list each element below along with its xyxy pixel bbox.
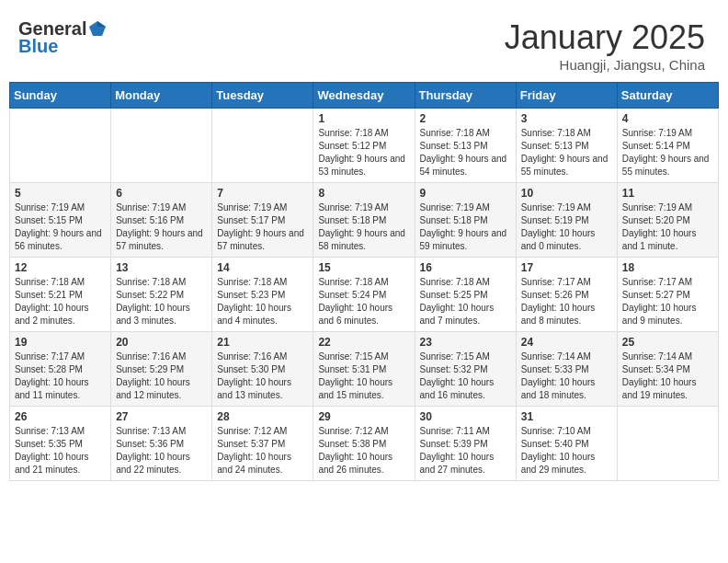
- day-info: Sunrise: 7:18 AM Sunset: 5:24 PM Dayligh…: [318, 276, 409, 327]
- calendar-cell: [111, 109, 212, 183]
- day-info: Sunrise: 7:14 AM Sunset: 5:33 PM Dayligh…: [521, 350, 612, 402]
- day-number: 9: [420, 187, 511, 200]
- calendar-cell: 25 Sunrise: 7:14 AM Sunset: 5:34 PM Dayl…: [617, 332, 718, 407]
- day-info: Sunrise: 7:18 AM Sunset: 5:23 PM Dayligh…: [217, 276, 308, 327]
- calendar-cell: 1 Sunrise: 7:18 AM Sunset: 5:12 PM Dayli…: [313, 109, 415, 183]
- calendar-cell: 16 Sunrise: 7:18 AM Sunset: 5:25 PM Dayl…: [415, 258, 516, 332]
- calendar-cell: 3 Sunrise: 7:18 AM Sunset: 5:13 PM Dayli…: [516, 109, 617, 183]
- day-number: 30: [420, 410, 511, 423]
- weekday-header-friday: Friday: [516, 83, 617, 109]
- weekday-header-row: SundayMondayTuesdayWednesdayThursdayFrid…: [10, 83, 719, 109]
- calendar-cell: 21 Sunrise: 7:16 AM Sunset: 5:30 PM Dayl…: [212, 332, 313, 407]
- calendar-cell: 28 Sunrise: 7:12 AM Sunset: 5:37 PM Dayl…: [212, 407, 313, 481]
- day-number: 11: [622, 187, 713, 200]
- day-number: 12: [15, 261, 106, 274]
- day-info: Sunrise: 7:18 AM Sunset: 5:13 PM Dayligh…: [420, 127, 511, 178]
- calendar-cell: 2 Sunrise: 7:18 AM Sunset: 5:13 PM Dayli…: [415, 109, 516, 183]
- logo: General Blue: [18, 18, 108, 57]
- weekday-header-tuesday: Tuesday: [212, 83, 313, 109]
- calendar-cell: [617, 407, 718, 481]
- weekday-header-monday: Monday: [111, 83, 212, 109]
- month-year-title: January 2025: [505, 18, 705, 57]
- day-info: Sunrise: 7:17 AM Sunset: 5:27 PM Dayligh…: [622, 276, 713, 327]
- day-info: Sunrise: 7:18 AM Sunset: 5:12 PM Dayligh…: [318, 127, 409, 178]
- day-number: 14: [217, 261, 308, 274]
- day-info: Sunrise: 7:19 AM Sunset: 5:20 PM Dayligh…: [622, 201, 713, 253]
- day-number: 22: [318, 336, 409, 349]
- weekday-header-saturday: Saturday: [617, 83, 718, 109]
- day-number: 15: [318, 261, 409, 274]
- calendar-cell: 15 Sunrise: 7:18 AM Sunset: 5:24 PM Dayl…: [313, 258, 415, 332]
- day-number: 26: [15, 410, 106, 423]
- day-info: Sunrise: 7:19 AM Sunset: 5:16 PM Dayligh…: [116, 201, 207, 253]
- day-number: 25: [622, 336, 713, 349]
- calendar-cell: 30 Sunrise: 7:11 AM Sunset: 5:39 PM Dayl…: [415, 407, 516, 481]
- calendar-week-row: 1 Sunrise: 7:18 AM Sunset: 5:12 PM Dayli…: [10, 109, 719, 183]
- day-number: 23: [420, 336, 511, 349]
- calendar-cell: 20 Sunrise: 7:16 AM Sunset: 5:29 PM Dayl…: [111, 332, 212, 407]
- day-info: Sunrise: 7:10 AM Sunset: 5:40 PM Dayligh…: [521, 425, 612, 477]
- calendar-cell: 31 Sunrise: 7:10 AM Sunset: 5:40 PM Dayl…: [516, 407, 617, 481]
- calendar-cell: 11 Sunrise: 7:19 AM Sunset: 5:20 PM Dayl…: [617, 183, 718, 258]
- day-info: Sunrise: 7:13 AM Sunset: 5:36 PM Dayligh…: [116, 425, 207, 477]
- calendar-cell: 13 Sunrise: 7:18 AM Sunset: 5:22 PM Dayl…: [111, 258, 212, 332]
- day-info: Sunrise: 7:19 AM Sunset: 5:15 PM Dayligh…: [15, 201, 106, 253]
- day-number: 31: [521, 410, 612, 423]
- day-info: Sunrise: 7:18 AM Sunset: 5:21 PM Dayligh…: [15, 276, 106, 327]
- day-number: 28: [217, 410, 308, 423]
- day-number: 5: [15, 187, 106, 200]
- calendar-cell: 6 Sunrise: 7:19 AM Sunset: 5:16 PM Dayli…: [111, 183, 212, 258]
- calendar-cell: 27 Sunrise: 7:13 AM Sunset: 5:36 PM Dayl…: [111, 407, 212, 481]
- calendar-cell: 8 Sunrise: 7:19 AM Sunset: 5:18 PM Dayli…: [313, 183, 415, 258]
- calendar-week-row: 5 Sunrise: 7:19 AM Sunset: 5:15 PM Dayli…: [10, 183, 719, 258]
- location-subtitle: Huangji, Jiangsu, China: [505, 57, 705, 73]
- weekday-header-thursday: Thursday: [415, 83, 516, 109]
- calendar-cell: [10, 109, 111, 183]
- day-info: Sunrise: 7:18 AM Sunset: 5:25 PM Dayligh…: [420, 276, 511, 327]
- day-number: 13: [116, 261, 207, 274]
- day-info: Sunrise: 7:19 AM Sunset: 5:18 PM Dayligh…: [420, 201, 511, 253]
- day-number: 3: [521, 112, 612, 125]
- calendar-cell: 4 Sunrise: 7:19 AM Sunset: 5:14 PM Dayli…: [617, 109, 718, 183]
- day-number: 24: [521, 336, 612, 349]
- day-info: Sunrise: 7:18 AM Sunset: 5:22 PM Dayligh…: [116, 276, 207, 327]
- day-number: 6: [116, 187, 207, 200]
- title-area: January 2025 Huangji, Jiangsu, China: [505, 18, 705, 73]
- day-number: 17: [521, 261, 612, 274]
- calendar-cell: 23 Sunrise: 7:15 AM Sunset: 5:32 PM Dayl…: [415, 332, 516, 407]
- calendar-cell: 18 Sunrise: 7:17 AM Sunset: 5:27 PM Dayl…: [617, 258, 718, 332]
- svg-marker-1: [97, 21, 106, 27]
- day-info: Sunrise: 7:19 AM Sunset: 5:19 PM Dayligh…: [521, 201, 612, 253]
- day-info: Sunrise: 7:16 AM Sunset: 5:29 PM Dayligh…: [116, 350, 207, 402]
- calendar-cell: 5 Sunrise: 7:19 AM Sunset: 5:15 PM Dayli…: [10, 183, 111, 258]
- day-number: 8: [318, 187, 409, 200]
- day-info: Sunrise: 7:15 AM Sunset: 5:32 PM Dayligh…: [420, 350, 511, 402]
- weekday-header-wednesday: Wednesday: [313, 83, 415, 109]
- day-info: Sunrise: 7:17 AM Sunset: 5:26 PM Dayligh…: [521, 276, 612, 327]
- calendar-week-row: 26 Sunrise: 7:13 AM Sunset: 5:35 PM Dayl…: [10, 407, 719, 481]
- logo-flag-icon: [87, 19, 108, 40]
- day-info: Sunrise: 7:14 AM Sunset: 5:34 PM Dayligh…: [622, 350, 713, 402]
- calendar-cell: 24 Sunrise: 7:14 AM Sunset: 5:33 PM Dayl…: [516, 332, 617, 407]
- calendar-cell: 7 Sunrise: 7:19 AM Sunset: 5:17 PM Dayli…: [212, 183, 313, 258]
- calendar-cell: 22 Sunrise: 7:15 AM Sunset: 5:31 PM Dayl…: [313, 332, 415, 407]
- day-info: Sunrise: 7:12 AM Sunset: 5:38 PM Dayligh…: [318, 425, 409, 477]
- day-info: Sunrise: 7:11 AM Sunset: 5:39 PM Dayligh…: [420, 425, 511, 477]
- day-number: 16: [420, 261, 511, 274]
- day-info: Sunrise: 7:17 AM Sunset: 5:28 PM Dayligh…: [15, 350, 106, 402]
- calendar-body: 1 Sunrise: 7:18 AM Sunset: 5:12 PM Dayli…: [10, 109, 719, 481]
- day-number: 4: [622, 112, 713, 125]
- day-info: Sunrise: 7:19 AM Sunset: 5:17 PM Dayligh…: [217, 201, 308, 253]
- day-info: Sunrise: 7:12 AM Sunset: 5:37 PM Dayligh…: [217, 425, 308, 477]
- day-info: Sunrise: 7:18 AM Sunset: 5:13 PM Dayligh…: [521, 127, 612, 178]
- calendar-week-row: 19 Sunrise: 7:17 AM Sunset: 5:28 PM Dayl…: [10, 332, 719, 407]
- calendar-week-row: 12 Sunrise: 7:18 AM Sunset: 5:21 PM Dayl…: [10, 258, 719, 332]
- calendar-cell: 10 Sunrise: 7:19 AM Sunset: 5:19 PM Dayl…: [516, 183, 617, 258]
- day-info: Sunrise: 7:19 AM Sunset: 5:18 PM Dayligh…: [318, 201, 409, 253]
- day-info: Sunrise: 7:16 AM Sunset: 5:30 PM Dayligh…: [217, 350, 308, 402]
- day-info: Sunrise: 7:19 AM Sunset: 5:14 PM Dayligh…: [622, 127, 713, 178]
- page-header: General Blue January 2025 Huangji, Jiang…: [9, 9, 719, 82]
- calendar-cell: 14 Sunrise: 7:18 AM Sunset: 5:23 PM Dayl…: [212, 258, 313, 332]
- day-number: 27: [116, 410, 207, 423]
- day-number: 29: [318, 410, 409, 423]
